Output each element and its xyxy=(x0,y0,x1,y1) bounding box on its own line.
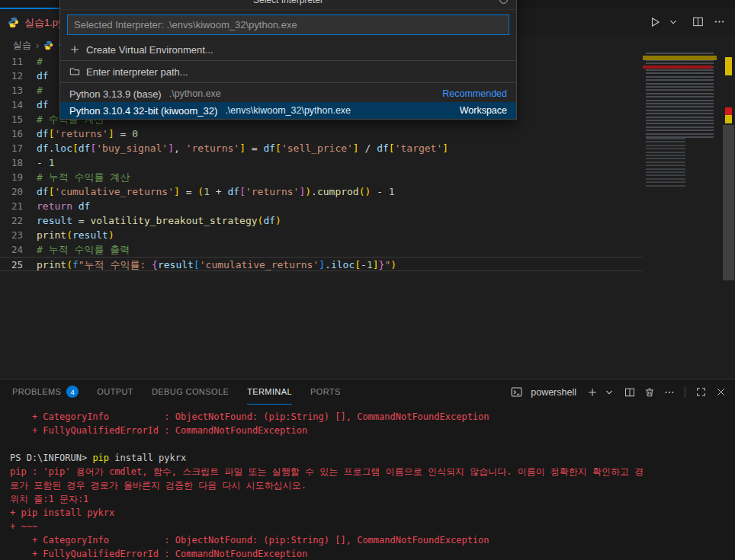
quickpick-item-description: .\envs\kiwoom_32\python.exe xyxy=(225,105,351,116)
quickpick-item-label: Python 3.13.9 (base) xyxy=(69,88,162,100)
code-line: 18- 1 xyxy=(0,155,643,170)
terminal-line: 위치 줄:1 문자:1 xyxy=(10,492,730,506)
minimap-code-texture xyxy=(646,138,685,188)
quickpick-item-label: Create Virtual Environment... xyxy=(86,44,213,56)
line-number: 15 xyxy=(0,112,23,126)
line-number: 17 xyxy=(0,141,23,155)
select-interpreter-quickpick: Select Interpreter Create Virtual Enviro… xyxy=(59,0,517,120)
panel-tab-label: OUTPUT xyxy=(97,387,133,396)
panel-tab-label: DEBUG CONSOLE xyxy=(152,387,229,396)
panel-tab-label: PORTS xyxy=(310,387,341,396)
minimap[interactable] xyxy=(643,53,721,281)
quickpick-title: Select Interpreter xyxy=(253,0,323,5)
line-number: 19 xyxy=(0,170,23,184)
line-number: 11 xyxy=(0,54,23,69)
quickpick-item-description: .\python.exe xyxy=(169,88,221,99)
terminal-dropdown-chevron-icon[interactable] xyxy=(604,384,614,401)
overview-ruler xyxy=(722,53,735,379)
terminal-line: + FullyQualifiedErrorId : CommandNotFoun… xyxy=(10,547,730,560)
code-line: 23print(result) xyxy=(0,228,643,242)
panel-tab-ports[interactable]: PORTS xyxy=(310,379,341,405)
panel-tab-terminal[interactable]: TERMINAL xyxy=(247,379,292,405)
line-number: 20 xyxy=(0,184,23,199)
editor-scrollbar-thumb[interactable] xyxy=(723,125,734,280)
new-terminal-button[interactable] xyxy=(584,384,601,401)
split-editor-button[interactable] xyxy=(689,13,706,31)
quickpick-item-label: Enter interpreter path... xyxy=(86,66,188,78)
python-file-icon xyxy=(43,40,53,50)
code-line: 25print(f"누적 수익률: {result['cumulative_re… xyxy=(0,257,643,271)
vscode-window: 실습1.py 실습 › 실습1.py 11#1 xyxy=(0,0,735,560)
quickpick-separator xyxy=(60,82,516,83)
terminal-shell-label[interactable]: powershell xyxy=(531,387,576,398)
maximize-panel-button[interactable] xyxy=(692,384,709,401)
ruler-mark-red xyxy=(725,107,732,115)
code-line: 21return df xyxy=(0,199,643,213)
line-number: 24 xyxy=(0,242,23,257)
line-number: 12 xyxy=(0,69,23,83)
ruler-mark-yellow xyxy=(725,115,732,123)
line-number: 18 xyxy=(0,155,23,170)
terminal-line: + FullyQualifiedErrorId : CommandNotFoun… xyxy=(10,424,730,437)
line-number: 22 xyxy=(0,213,23,228)
quickpick-item-badge: Recommended xyxy=(442,88,507,99)
panel-toolbar: powershell xyxy=(508,379,729,405)
terminal-line: + CategoryInfo : ObjectNotFound: (pip:St… xyxy=(10,533,730,547)
bottom-panel: PROBLEMS4OUTPUTDEBUG CONSOLETERMINALPORT… xyxy=(0,379,735,560)
terminal-output[interactable]: + CategoryInfo : ObjectNotFound: (pip:St… xyxy=(10,410,730,560)
panel-tabs: PROBLEMS4OUTPUTDEBUG CONSOLETERMINALPORT… xyxy=(0,379,341,405)
panel-tab-debug-console[interactable]: DEBUG CONSOLE xyxy=(152,379,229,405)
minimap-highlight-yellow xyxy=(643,56,717,60)
close-panel-button[interactable] xyxy=(712,384,729,401)
panel-tab-problems[interactable]: PROBLEMS4 xyxy=(12,379,79,405)
more-actions-button[interactable] xyxy=(711,13,727,31)
panel-tab-output[interactable]: OUTPUT xyxy=(97,379,133,405)
line-number: 13 xyxy=(0,83,23,98)
quickpick-item[interactable]: Python 3.13.9 (base).\python.exeRecommen… xyxy=(60,85,516,102)
quickpick-item[interactable]: Enter interpreter path... xyxy=(60,63,516,80)
split-terminal-button[interactable] xyxy=(621,384,638,401)
chevron-right-icon: › xyxy=(36,40,39,51)
code-line: 20df['cumulative_returns'] = (1 + df['re… xyxy=(0,184,643,199)
quickpick-back-circle-icon[interactable] xyxy=(499,0,509,5)
python-file-icon xyxy=(8,17,19,28)
tab-label: 실습1.py xyxy=(24,16,63,30)
code-line: 16df['returns'] = 0 xyxy=(0,126,643,141)
quickpick-item[interactable]: Create Virtual Environment... xyxy=(60,41,516,58)
problems-count-badge: 4 xyxy=(66,386,79,398)
quickpick-input-wrap xyxy=(60,10,516,39)
breadcrumb-folder[interactable]: 실습 xyxy=(13,39,31,52)
interpreter-search-input[interactable] xyxy=(67,14,509,35)
code-line: 22result = volatility_breakout_strategy(… xyxy=(0,213,643,228)
code-line: 24# 누적 수익률 출력 xyxy=(0,242,643,257)
ruler-mark-yellow xyxy=(725,57,732,75)
quickpick-separator xyxy=(60,60,516,61)
line-number: 16 xyxy=(0,126,23,141)
quickpick-item-label: Python 3.10.4 32-bit (kiwoom_32) xyxy=(69,105,217,117)
quickpick-item-badge: Workspace xyxy=(460,105,507,116)
quickpick-item[interactable]: Python 3.10.4 32-bit (kiwoom_32).\envs\k… xyxy=(60,102,516,119)
folder-icon xyxy=(69,66,80,77)
terminal-line: PS D:\INFORUN> pip install pykrx xyxy=(10,451,730,465)
toolbar-divider xyxy=(685,387,685,398)
terminal-shell-icon xyxy=(508,384,525,401)
line-number: 21 xyxy=(0,199,23,213)
terminal-line: pip : 'pip' 용어가 cmdlet, 함수, 스크립트 파일 또는 실… xyxy=(10,465,730,478)
plus-icon xyxy=(69,44,80,55)
run-python-button[interactable] xyxy=(647,13,663,31)
line-number: 25 xyxy=(0,258,23,270)
panel-tab-label: TERMINAL xyxy=(247,387,292,396)
quickpick-list: Create Virtual Environment...Enter inter… xyxy=(60,39,516,119)
panel-more-actions-button[interactable] xyxy=(661,384,678,401)
quickpick-title-bar: Select Interpreter xyxy=(60,0,516,10)
kill-terminal-button[interactable] xyxy=(641,384,658,401)
terminal-line: + pip install pykrx xyxy=(10,506,730,520)
terminal-line: + CategoryInfo : ObjectNotFound: (pip:St… xyxy=(10,410,730,424)
editor-actions xyxy=(647,8,727,36)
terminal-line: + ~~~ xyxy=(10,520,730,533)
panel-tab-label: PROBLEMS xyxy=(12,387,61,396)
line-number: 23 xyxy=(0,228,23,242)
run-dropdown-chevron-icon[interactable] xyxy=(668,13,679,31)
minimap-error-line xyxy=(643,66,712,69)
terminal-line xyxy=(10,437,730,451)
